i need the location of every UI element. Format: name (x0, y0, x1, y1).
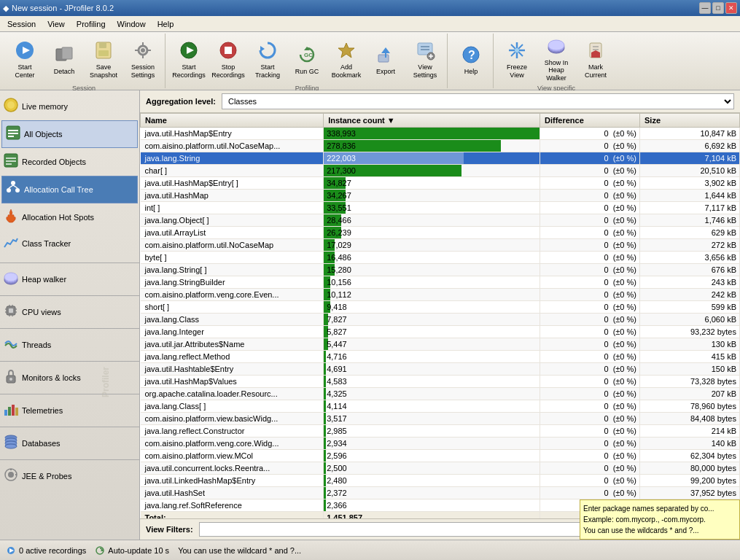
sidebar-item-jee-probes[interactable]: JEE & Probes (0, 463, 139, 489)
cell-name: java.util.HashMap$Entry[ ] (141, 177, 324, 190)
sidebar-item-class-tracker[interactable]: Class Tracker (0, 230, 139, 257)
table-row[interactable]: java.util.HashMap$Entry[ ] 34,827 0 (±0 … (141, 177, 740, 190)
mark-current-button[interactable]: MarkCurrent (577, 34, 615, 85)
table-row[interactable]: java.lang.Class 7,827 0 (±0 %) 6,060 kB (141, 314, 740, 326)
sidebar-item-live-memory[interactable]: Live memory (0, 93, 139, 120)
table-row[interactable]: java.lang.Object[ ] 28,466 0 (±0 %) 1,74… (141, 214, 740, 227)
cell-size: 1,746 kB (639, 214, 739, 227)
sidebar-item-telemetries[interactable]: Telemetries (0, 397, 139, 424)
table-row[interactable]: java.lang.Class[ ] 4,114 0 (±0 %) 78,960… (141, 400, 740, 413)
stop-recordings-button[interactable]: StopRecordings (209, 34, 247, 85)
table-row[interactable]: java.util.HashSet 2,372 0 (±0 %) 37,952 … (141, 487, 740, 499)
aggregation-select[interactable]: Classes Packages Components (222, 93, 734, 109)
sidebar-item-recorded-objects[interactable]: Recorded Objects (0, 149, 139, 175)
svg-text:GC: GC (304, 52, 313, 58)
table-row[interactable]: java.lang.StringBuilder 10,156 0 (±0 %) … (141, 276, 740, 289)
cell-difference: 0 (±0 %) (540, 202, 639, 214)
help-button[interactable]: ? Help (452, 34, 490, 85)
table-row[interactable]: com.aisino.platform.veng.core.Even... 10… (141, 289, 740, 301)
menu-profiling[interactable]: Profiling (71, 18, 112, 30)
cell-size: 93,232 bytes (639, 326, 739, 338)
table-row[interactable]: java.lang.String 222,003 0 (±0 %) 7,104 … (141, 152, 740, 165)
close-button[interactable]: ✕ (725, 2, 737, 14)
cell-name: org.apache.catalina.loader.Resourc... (141, 388, 324, 400)
show-in-heap-walker-label: Show InHeap Walker (540, 59, 573, 82)
table-row[interactable]: java.util.ArrayList 26,239 0 (±0 %) 629 … (141, 227, 740, 239)
menu-help[interactable]: Help (152, 18, 180, 30)
col-name[interactable]: Name (141, 114, 324, 128)
start-tracking-button[interactable]: StartTracking (249, 34, 287, 85)
table-row[interactable]: org.apache.catalina.loader.Resourc... 4,… (141, 388, 740, 400)
export-button[interactable]: Export (367, 34, 405, 85)
start-recordings-button[interactable]: StartRecordings (170, 34, 208, 85)
add-bookmark-label: AddBookmark (332, 63, 362, 79)
table-row[interactable]: com.aisino.platform.util.NoCaseMap 17,02… (141, 239, 740, 252)
save-snapshot-button[interactable]: SaveSnapshot (85, 34, 122, 85)
menu-window[interactable]: Window (112, 18, 152, 30)
table-row[interactable]: java.util.HashMap 34,267 0 (±0 %) 1,644 … (141, 190, 740, 202)
show-in-heap-walker-icon (545, 36, 568, 58)
main-area: Profiler Live memory (0, 90, 740, 540)
table-row[interactable]: java.util.Hashtable$Entry 4,691 0 (±0 %)… (141, 363, 740, 376)
table-row[interactable]: java.util.HashMap$Values 4,583 0 (±0 %) … (141, 376, 740, 388)
freeze-view-button[interactable]: FreezeView (498, 34, 536, 85)
sidebar-item-monitors-locks[interactable]: Monitors & locks (0, 365, 139, 391)
table-row[interactable]: byte[ ] 16,486 0 (±0 %) 3,656 kB (141, 252, 740, 264)
sidebar-item-all-objects[interactable]: All Objects (1, 120, 138, 148)
detach-button[interactable]: Detach (45, 34, 83, 85)
cell-name: com.aisino.platform.view.MCol (141, 450, 324, 462)
table-row[interactable]: java.util.LinkedHashMap$Entry 2,480 0 (±… (141, 475, 740, 487)
table-row[interactable]: java.lang.reflect.Constructor 2,985 0 (±… (141, 425, 740, 438)
mark-current-label: MarkCurrent (585, 63, 607, 79)
cell-size: 272 kB (639, 239, 739, 252)
table-row[interactable]: short[ ] 9,418 0 (±0 %) 599 kB (141, 301, 740, 314)
cell-instance-count: 16,486 (324, 252, 540, 264)
table-row[interactable]: java.lang.reflect.Method 4,716 0 (±0 %) … (141, 351, 740, 363)
add-bookmark-button[interactable]: AddBookmark (327, 34, 365, 85)
sidebar-item-live-memory-label: Live memory (22, 102, 68, 111)
table-row[interactable]: com.aisino.platform.view.basicWidg... 3,… (141, 413, 740, 425)
table-row[interactable]: java.util.HashMap$Entry 338,993 0 (±0 %)… (141, 128, 740, 140)
svg-rect-21 (378, 55, 389, 62)
sidebar-item-cpu-views-label: CPU views (22, 308, 61, 316)
start-center-button[interactable]: StartCenter (6, 34, 44, 85)
table-row[interactable]: java.util.jar.Attributes$Name 5,447 0 (±… (141, 338, 740, 351)
status-info-label: You can use the wildcard * and ?... (178, 546, 301, 555)
table-row[interactable]: char[ ] 217,300 0 (±0 %) 20,510 kB (141, 165, 740, 177)
mark-current-icon (584, 39, 607, 62)
show-in-heap-walker-button[interactable]: Show InHeap Walker (537, 34, 575, 85)
cell-name: java.util.concurrent.locks.Reentra... (141, 462, 324, 475)
table-row[interactable]: com.aisino.platform.view.MCol 2,596 0 (±… (141, 450, 740, 462)
sidebar-item-threads[interactable]: Threads (0, 332, 139, 358)
menu-session[interactable]: Session (1, 18, 42, 30)
run-gc-button[interactable]: GC Run GC (288, 34, 326, 85)
col-instance-count[interactable]: Instance count ▼ (324, 114, 540, 128)
total-count: 1,451,857 (324, 512, 540, 519)
table-row[interactable]: java.util.concurrent.locks.Reentra... 2,… (141, 462, 740, 475)
cell-name: byte[ ] (141, 252, 324, 264)
sidebar-item-allocation-hot-spots[interactable]: Allocation Hot Spots (0, 204, 139, 230)
table-row[interactable]: java.lang.String[ ] 15,280 0 (±0 %) 676 … (141, 264, 740, 276)
table-body: java.util.HashMap$Entry 338,993 0 (±0 %)… (141, 128, 740, 519)
table-row[interactable]: int[ ] 33,551 0 (±0 %) 7,117 kB (141, 202, 740, 214)
menu-view[interactable]: View (42, 18, 71, 30)
sidebar-item-allocation-call-tree[interactable]: Allocation Call Tree (1, 176, 138, 203)
session-settings-button[interactable]: SessionSettings (124, 34, 162, 85)
table-row[interactable]: java.lang.Integer 5,827 0 (±0 %) 93,232 … (141, 326, 740, 338)
cell-size: 3,656 kB (639, 252, 739, 264)
table-row[interactable]: com.aisino.platform.veng.core.Widg... 2,… (141, 438, 740, 450)
col-difference[interactable]: Difference (540, 114, 639, 128)
sidebar-item-heap-walker[interactable]: Heap walker (0, 266, 139, 292)
sidebar-item-allocation-call-tree-label: Allocation Call Tree (24, 185, 93, 194)
table-row[interactable]: com.aisino.platform.util.NoCaseMap... 27… (141, 140, 740, 152)
minimize-button[interactable]: — (699, 2, 711, 14)
filter-label: View Filters: (146, 525, 193, 534)
table-container[interactable]: Name Instance count ▼ Difference Size ja… (140, 113, 740, 518)
col-size[interactable]: Size (639, 114, 739, 128)
sidebar-item-cpu-views[interactable]: CPU views (0, 299, 139, 325)
cell-difference: 0 (±0 %) (540, 140, 639, 152)
sidebar-item-databases[interactable]: Databases (0, 430, 139, 456)
maximize-button[interactable]: □ (712, 2, 724, 14)
view-settings-button[interactable]: ViewSettings (406, 34, 444, 85)
cell-difference: 0 (±0 %) (540, 227, 639, 239)
